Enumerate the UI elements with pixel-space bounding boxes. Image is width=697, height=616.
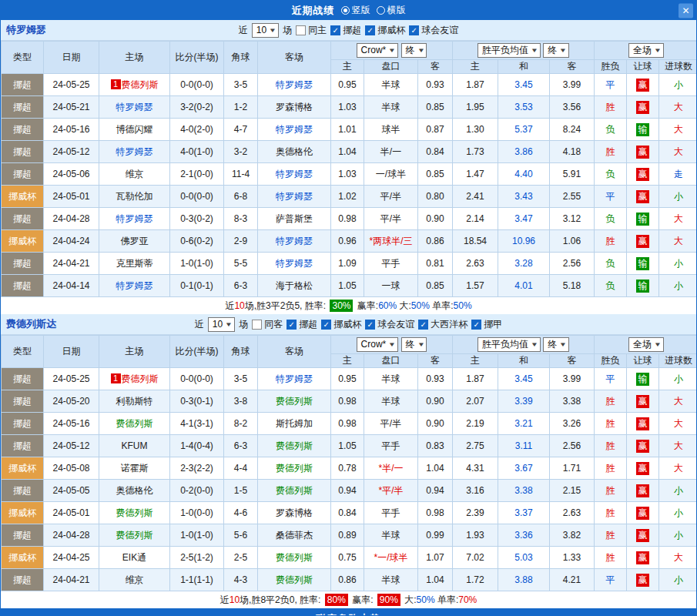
team-name-link[interactable]: 佛罗亚 xyxy=(121,236,149,246)
asian-home-odds-cell: 0.98 xyxy=(331,390,364,413)
league-filter-checkbox[interactable]: 球会友谊 xyxy=(365,318,414,331)
asian-away-odds-cell: 0.80 xyxy=(418,186,453,208)
team-name-link[interactable]: 博德闪耀 xyxy=(116,124,153,135)
goals-cell: 大 xyxy=(659,435,697,457)
close-icon: ✕ xyxy=(682,5,689,16)
goals-cell: 小 xyxy=(659,569,697,591)
team-name-link[interactable]: 萨普斯堡 xyxy=(276,213,313,224)
team-name-link[interactable]: 特罗姆瑟 xyxy=(116,102,153,112)
team-name-link[interactable]: 特罗姆瑟 xyxy=(116,280,153,291)
scope-value: 全场 xyxy=(633,338,652,351)
corner-cell: 3-5 xyxy=(224,368,258,390)
summary-segment: 大: xyxy=(397,300,411,313)
league-filter-checkbox[interactable]: 球会友谊 xyxy=(409,24,458,37)
score-cell: 0-3(0-1) xyxy=(170,390,224,413)
home-team-cell: 博德闪耀 xyxy=(99,119,170,141)
team-name-link[interactable]: 特罗姆瑟 xyxy=(276,258,313,269)
team-name-link[interactable]: 费德列斯 xyxy=(122,373,159,384)
scope-select[interactable]: 全场▼ xyxy=(628,337,664,352)
odds-period-select[interactable]: 终▼ xyxy=(401,43,427,58)
goals-cell: 大 xyxy=(659,96,697,119)
odds-period-select[interactable]: 终▼ xyxy=(401,337,427,352)
odds-source-select[interactable]: Crow*▼ xyxy=(357,43,399,58)
team-name-link[interactable]: 费德列斯 xyxy=(276,463,313,474)
handicap-result-badge: 赢 xyxy=(636,551,649,564)
team-name-link[interactable]: 瓦勒伦加 xyxy=(116,191,153,202)
asian-away-odds-cell: 0.81 xyxy=(418,253,453,275)
away-team-cell: 桑德菲杰 xyxy=(258,524,331,547)
team-name-link[interactable]: 特罗姆瑟 xyxy=(276,169,313,179)
col-date: 日期 xyxy=(44,336,99,368)
col-eu-draw: 和 xyxy=(498,60,550,74)
summary-segment: 赢率: xyxy=(350,594,376,607)
layout-vertical-label: 竖版 xyxy=(352,4,370,17)
team-name-link[interactable]: 费德列斯 xyxy=(116,530,153,541)
scope-select[interactable]: 全场▼ xyxy=(628,43,664,58)
team-name-link[interactable]: KFUM xyxy=(122,440,148,451)
team-name-link[interactable]: 费德列斯 xyxy=(116,507,153,518)
date-cell: 24-04-28 xyxy=(44,208,99,230)
league-filter-checkbox[interactable]: 大西洋杯 xyxy=(418,318,467,331)
league-handicap-trend-bar[interactable]: 联赛盘路走势 xyxy=(1,608,696,616)
league-filter-checkbox[interactable]: 挪甲 xyxy=(471,318,502,331)
team-name-link[interactable]: 特罗姆瑟 xyxy=(276,191,313,202)
result-cell: 胜 xyxy=(595,96,627,119)
wdl-average-select[interactable]: 胜平负均值▼ xyxy=(478,337,541,352)
team-name-link[interactable]: 特罗姆瑟 xyxy=(116,213,153,224)
team-name-link[interactable]: 特罗姆瑟 xyxy=(116,146,153,157)
team-name-link[interactable]: 奥德格伦 xyxy=(276,146,313,157)
league-filter-checkbox[interactable]: 挪威杯 xyxy=(321,318,361,331)
recent-count-select[interactable]: 10 ▼ xyxy=(208,317,235,332)
asian-away-odds-cell: 0.93 xyxy=(418,368,453,390)
league-filter-checkbox[interactable]: 挪威杯 xyxy=(365,24,405,37)
team-name-link[interactable]: 费德列斯 xyxy=(276,485,313,496)
team-name-link[interactable]: 费德列斯 xyxy=(116,418,153,429)
team-name-link[interactable]: 特罗姆瑟 xyxy=(276,236,313,246)
team-name-link[interactable]: 费德列斯 xyxy=(276,440,313,451)
same-venue-checkbox[interactable]: 同主 xyxy=(296,24,327,37)
same-venue-checkbox[interactable]: 同客 xyxy=(252,318,283,331)
league-filter-checkbox[interactable]: 挪超 xyxy=(330,24,361,37)
team-name-link[interactable]: 奥德格伦 xyxy=(116,485,153,496)
team-name-link[interactable]: 特罗姆瑟 xyxy=(276,373,313,384)
layout-vertical-radio[interactable]: 竖版 xyxy=(341,4,370,17)
team-name-link[interactable]: 海于格松 xyxy=(276,280,313,291)
euro-home-odds-cell: 2.19 xyxy=(453,413,498,435)
team-name-link[interactable]: 费德列斯 xyxy=(276,574,313,585)
wdl-period-select[interactable]: 终▼ xyxy=(543,43,569,58)
team-name-link[interactable]: 克里斯蒂 xyxy=(116,258,153,269)
handicap-cell: 平/半 xyxy=(364,186,418,208)
handicap-result-badge: 赢 xyxy=(636,190,649,203)
goals-cell: 大 xyxy=(659,390,697,413)
team-name-link[interactable]: 维京 xyxy=(126,169,144,179)
close-button[interactable]: ✕ xyxy=(679,3,693,18)
team-name-link[interactable]: 罗森博格 xyxy=(276,102,313,112)
asian-away-odds-cell: 0.85 xyxy=(418,96,453,119)
checkbox-icon xyxy=(321,320,331,330)
team-name-link[interactable]: 罗森博格 xyxy=(276,507,313,518)
team-name-link[interactable]: 桑德菲杰 xyxy=(276,530,313,541)
handicap-cell: 半球 xyxy=(364,524,418,547)
league-type-cell: 挪超 xyxy=(2,435,44,457)
league-filter-checkbox[interactable]: 挪超 xyxy=(287,318,317,331)
team-name-link[interactable]: EIK通 xyxy=(122,552,146,563)
team-name-link[interactable]: 特罗姆瑟 xyxy=(276,124,313,135)
team-name-link[interactable]: 特罗姆瑟 xyxy=(276,79,313,90)
team-name-link[interactable]: 利勒斯特 xyxy=(116,396,153,407)
summary-segment: 70% xyxy=(458,594,477,605)
euro-away-odds-cell: 3.12 xyxy=(550,208,595,230)
team-name-link[interactable]: 斯托姆加 xyxy=(276,418,313,429)
team-name-link[interactable]: 费德列斯 xyxy=(276,396,313,407)
summary-segment: 50% xyxy=(411,300,430,311)
layout-horizontal-radio[interactable]: 横版 xyxy=(377,4,406,17)
team-name-link[interactable]: 费德列斯 xyxy=(276,552,313,563)
wdl-period-select[interactable]: 终▼ xyxy=(543,337,569,352)
wdl-average-select[interactable]: 胜平负均值▼ xyxy=(478,43,541,58)
odds-source-select[interactable]: Crow*▼ xyxy=(357,337,399,352)
match-row: 挪超24-05-12特罗姆瑟4-0(1-0)3-2奥德格伦1.04半/一0.84… xyxy=(2,141,697,163)
away-team-cell: 特罗姆瑟 xyxy=(258,230,331,253)
recent-count-select[interactable]: 10 ▼ xyxy=(252,23,279,38)
team-name-link[interactable]: 诺霍斯 xyxy=(121,463,149,474)
team-name-link[interactable]: 费德列斯 xyxy=(122,79,159,90)
team-name-link[interactable]: 维京 xyxy=(126,574,144,585)
